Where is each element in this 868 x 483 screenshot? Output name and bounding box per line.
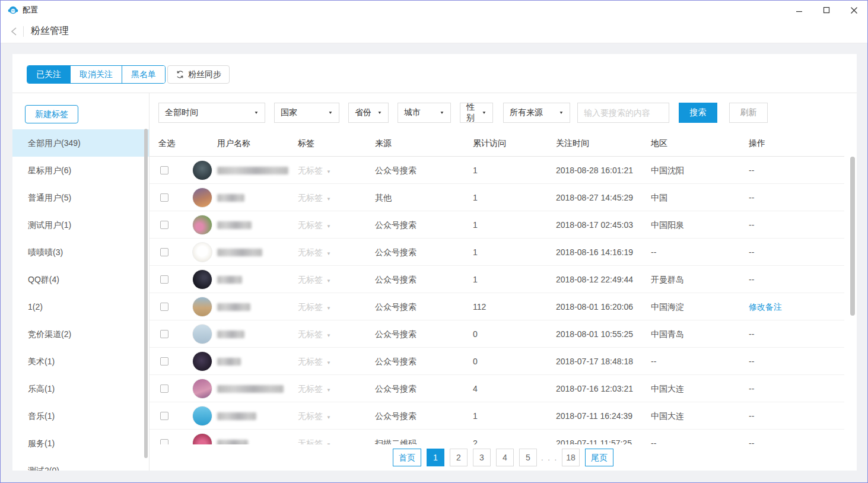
sidebar-scrollbar[interactable] xyxy=(144,129,148,458)
table-row: 无标签▼公众号搜索12018-08-16 14:16:19---- xyxy=(150,239,844,266)
column-header: 用户名称 xyxy=(217,130,250,157)
source-cell: 公众号搜索 xyxy=(375,239,416,266)
search-button[interactable]: 搜索 xyxy=(679,103,717,123)
sidebar-item[interactable]: 星标用户(6) xyxy=(12,157,149,184)
search-input[interactable] xyxy=(577,103,669,123)
sidebar-item[interactable]: 音乐(1) xyxy=(12,402,149,430)
maximize-button[interactable] xyxy=(813,1,840,20)
tab-followed[interactable]: 已关注 xyxy=(27,66,71,83)
visits-cell: 1 xyxy=(473,157,478,184)
select-all-link[interactable]: 全选 xyxy=(158,130,175,157)
avatar xyxy=(192,324,212,344)
source-cell: 公众号搜索 xyxy=(375,157,416,184)
pagination-page[interactable]: 18 xyxy=(562,449,580,466)
table-row: 无标签▼其他12018-08-27 14:45:29中国-- xyxy=(150,184,844,211)
tag-dropdown[interactable]: 无标签▼ xyxy=(298,157,331,186)
row-checkbox[interactable] xyxy=(160,303,168,311)
sidebar-item[interactable]: 服务(1) xyxy=(12,430,149,457)
tag-dropdown[interactable]: 无标签▼ xyxy=(298,320,331,349)
visits-cell: 4 xyxy=(473,375,478,402)
fans-sync-button[interactable]: 粉丝同步 xyxy=(167,65,230,84)
filter-source-select[interactable]: 所有来源▼ xyxy=(503,103,570,123)
row-checkbox[interactable] xyxy=(160,193,168,202)
source-cell: 其他 xyxy=(375,184,392,211)
pagination-last[interactable]: 尾页 xyxy=(585,449,613,466)
pagination: 首页12345. . .18尾页 xyxy=(150,444,857,471)
tag-dropdown[interactable]: 无标签▼ xyxy=(298,402,331,431)
region-cell: 中国海淀 xyxy=(651,293,684,320)
sync-icon xyxy=(176,70,185,79)
row-checkbox[interactable] xyxy=(160,385,168,393)
username-redacted xyxy=(217,385,284,393)
table-scrollbar[interactable] xyxy=(850,157,855,316)
pagination-first[interactable]: 首页 xyxy=(393,449,421,466)
avatar xyxy=(192,379,212,399)
tag-label: 无标签 xyxy=(298,384,323,393)
edit-remark-link[interactable]: 修改备注 xyxy=(749,293,782,320)
avatar xyxy=(192,406,212,426)
follow-time-cell: 2018-07-11 16:24:39 xyxy=(556,402,632,430)
sidebar-item[interactable]: 测试用户(1) xyxy=(12,211,149,239)
tag-dropdown[interactable]: 无标签▼ xyxy=(298,239,331,268)
username-redacted xyxy=(217,194,244,202)
page-header: 粉丝管理 xyxy=(1,20,867,43)
sidebar-item[interactable]: 全部用户(349) xyxy=(12,129,149,157)
sidebar-item[interactable]: 美术(1) xyxy=(12,348,149,375)
sidebar-item[interactable]: 啧啧啧(3) xyxy=(12,239,149,266)
column-header: 累计访问 xyxy=(473,130,506,157)
row-checkbox[interactable] xyxy=(160,412,168,420)
table-row: 无标签▼公众号搜索12018-08-17 02:45:03中国阳泉-- xyxy=(150,211,844,239)
tab-unfollowed[interactable]: 取消关注 xyxy=(71,66,122,83)
pagination-page[interactable]: 2 xyxy=(450,449,468,466)
row-checkbox[interactable] xyxy=(160,330,168,338)
titlebar: 配置 xyxy=(1,1,867,20)
row-checkbox[interactable] xyxy=(160,166,168,174)
tag-dropdown[interactable]: 无标签▼ xyxy=(298,211,331,240)
column-header: 标签 xyxy=(298,130,314,157)
pagination-page[interactable]: 4 xyxy=(496,449,514,466)
filter-country-select[interactable]: 国家▼ xyxy=(274,103,339,123)
table-row: 无标签▼公众号搜索1122018-08-01 16:20:06中国海淀修改备注 xyxy=(150,293,844,320)
sidebar-item[interactable]: 竞价渠道(2) xyxy=(12,320,149,348)
sync-label: 粉丝同步 xyxy=(188,69,221,80)
refresh-button[interactable]: 刷新 xyxy=(729,103,768,123)
new-tag-button[interactable]: 新建标签 xyxy=(25,105,78,123)
row-checkbox[interactable] xyxy=(160,357,168,366)
source-cell: 公众号搜索 xyxy=(375,293,416,320)
source-cell: 公众号搜索 xyxy=(375,348,416,375)
avatar xyxy=(192,215,212,235)
tag-dropdown[interactable]: 无标签▼ xyxy=(298,348,331,377)
avatar xyxy=(192,351,212,371)
back-button[interactable] xyxy=(8,26,20,37)
sidebar-item[interactable]: 测试2(0) xyxy=(12,457,149,471)
tag-dropdown[interactable]: 无标签▼ xyxy=(298,375,331,404)
tag-label: 无标签 xyxy=(298,329,323,339)
minimize-button[interactable] xyxy=(786,1,813,20)
filter-province-select[interactable]: 省份▼ xyxy=(348,103,389,123)
pagination-page[interactable]: 1 xyxy=(427,449,444,466)
sidebar-item[interactable]: 普通用户(5) xyxy=(12,184,149,211)
row-checkbox[interactable] xyxy=(160,248,168,256)
tag-dropdown[interactable]: 无标签▼ xyxy=(298,184,331,213)
tab-blacklist[interactable]: 黑名单 xyxy=(122,66,165,83)
caret-down-icon: ▼ xyxy=(377,110,382,115)
pagination-page[interactable]: 5 xyxy=(519,449,537,466)
filter-time-select[interactable]: 全部时间▼ xyxy=(158,103,265,123)
row-checkbox[interactable] xyxy=(160,221,168,229)
avatar xyxy=(192,188,212,208)
tag-dropdown[interactable]: 无标签▼ xyxy=(298,293,331,322)
close-button[interactable] xyxy=(840,1,867,20)
action-cell: -- xyxy=(749,402,754,430)
filter-gender-select[interactable]: 性别▼ xyxy=(460,103,493,123)
visits-cell: 1 xyxy=(473,211,478,239)
table-row: 无标签▼公众号搜索02018-07-17 18:48:18---- xyxy=(150,348,844,375)
filter-city-select[interactable]: 城市▼ xyxy=(398,103,451,123)
tag-dropdown[interactable]: 无标签▼ xyxy=(298,266,331,295)
table-header: 全选 用户名称标签来源累计访问关注时间地区操作 xyxy=(150,130,844,157)
sidebar-item[interactable]: 乐高(1) xyxy=(12,375,149,402)
row-checkbox[interactable] xyxy=(160,275,168,284)
sidebar-item[interactable]: 1(2) xyxy=(12,293,149,320)
pagination-page[interactable]: 3 xyxy=(473,449,491,466)
sidebar-item[interactable]: QQ群(4) xyxy=(12,266,149,293)
action-cell: -- xyxy=(749,157,754,184)
